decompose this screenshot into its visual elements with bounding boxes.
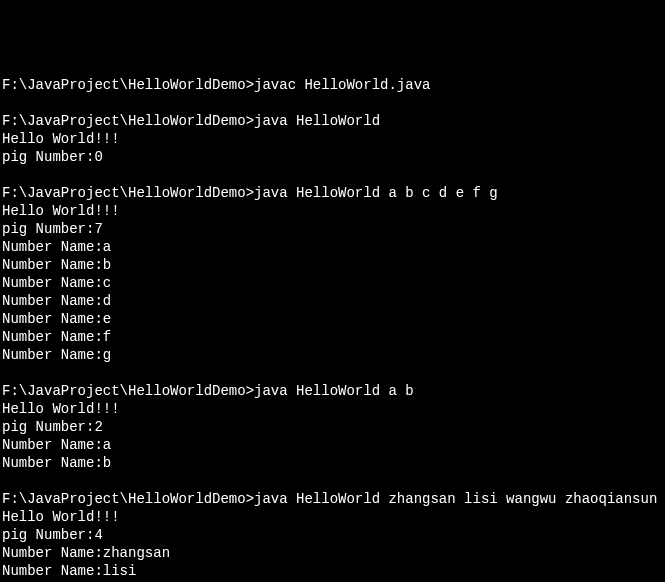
output-line: Hello World!!! <box>2 400 663 418</box>
output-line: pig Number:4 <box>2 526 663 544</box>
command-line: F:\JavaProject\HelloWorldDemo>java Hello… <box>2 382 663 400</box>
output-line: Number Name:zhangsan <box>2 544 663 562</box>
terminal-output[interactable]: F:\JavaProject\HelloWorldDemo>javac Hell… <box>2 76 663 582</box>
output-line: Number Name:a <box>2 238 663 256</box>
command-line: F:\JavaProject\HelloWorldDemo>javac Hell… <box>2 76 663 94</box>
blank-line <box>2 166 663 184</box>
command-line: F:\JavaProject\HelloWorldDemo>java Hello… <box>2 184 663 202</box>
output-line: pig Number:2 <box>2 418 663 436</box>
output-line: Hello World!!! <box>2 508 663 526</box>
output-line: Hello World!!! <box>2 130 663 148</box>
command-line: F:\JavaProject\HelloWorldDemo>java Hello… <box>2 112 663 130</box>
output-line: Number Name:b <box>2 454 663 472</box>
output-line: Number Name:c <box>2 274 663 292</box>
output-line: Number Name:g <box>2 346 663 364</box>
blank-line <box>2 472 663 490</box>
blank-line <box>2 94 663 112</box>
output-line: Number Name:f <box>2 328 663 346</box>
output-line: Hello World!!! <box>2 202 663 220</box>
output-line: pig Number:7 <box>2 220 663 238</box>
output-line: pig Number:0 <box>2 148 663 166</box>
output-line: Number Name:e <box>2 310 663 328</box>
blank-line <box>2 364 663 382</box>
command-line: F:\JavaProject\HelloWorldDemo>java Hello… <box>2 490 663 508</box>
output-line: Number Name:lisi <box>2 562 663 580</box>
output-line: Number Name:a <box>2 436 663 454</box>
output-line: Number Name:d <box>2 292 663 310</box>
output-line: Number Name:b <box>2 256 663 274</box>
